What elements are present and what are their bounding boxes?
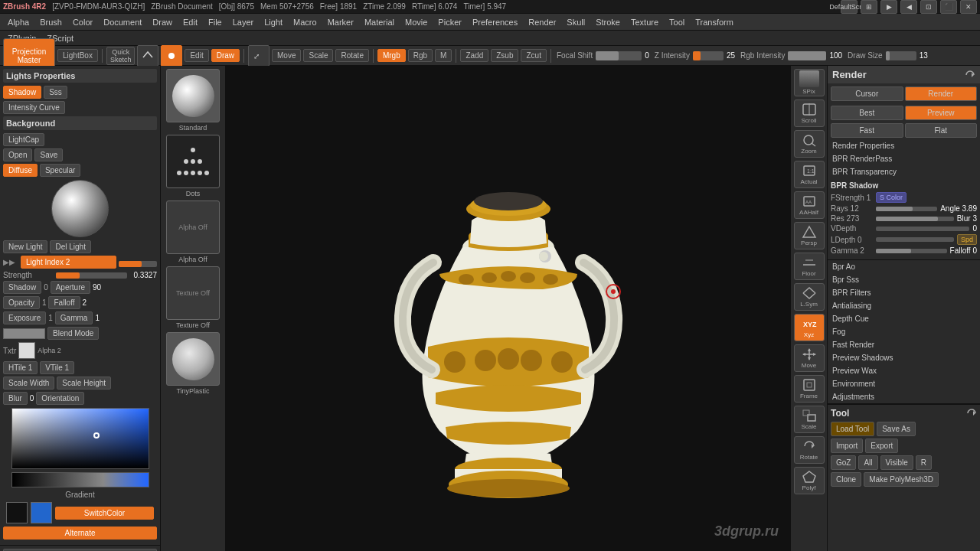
gamma-slider[interactable] (876, 249, 947, 253)
diffuse-btn[interactable]: Diffuse (3, 164, 38, 177)
scale-icon-btn[interactable]: Scale (794, 406, 825, 433)
fast-btn[interactable]: Fast (831, 123, 903, 138)
clone-btn[interactable]: Clone (831, 472, 861, 487)
falloff-btn[interactable]: Falloff (48, 296, 80, 309)
lb-texture-off[interactable]: Texture Off Texture Off (162, 266, 224, 329)
preview-btn[interactable]: Preview (905, 106, 978, 120)
draw-btn[interactable]: Draw (211, 49, 240, 62)
top-icon-2[interactable]: ▶ (880, 0, 897, 14)
move-icon-btn[interactable]: Move (794, 344, 825, 372)
shadow2-btn[interactable]: Shadow (3, 281, 41, 294)
canvas-area[interactable]: 3dgrup.ru (226, 66, 790, 551)
menu-transform[interactable]: Transform (691, 16, 738, 28)
actual-btn[interactable]: 1:1 Actual (794, 161, 825, 188)
light-index-slider[interactable] (119, 261, 157, 267)
save-as-btn[interactable]: Save As (877, 422, 916, 436)
fstrength-color-btn[interactable]: S Color (876, 192, 906, 203)
best-btn[interactable]: Best (831, 106, 903, 120)
blend-mode-btn[interactable]: Blend Mode (47, 327, 99, 340)
menu-alpha[interactable]: Alpha (3, 16, 34, 28)
menu-texture[interactable]: Texture (626, 16, 663, 28)
lb-dots[interactable]: Dots (162, 135, 224, 197)
rotate-btn[interactable]: Rotate (335, 49, 368, 62)
menu-color[interactable]: Color (68, 16, 97, 28)
gradient-bar[interactable] (11, 472, 149, 487)
lb-tiny-plastic[interactable]: TinyPlastic (162, 332, 224, 395)
export-btn[interactable]: Export (865, 439, 898, 453)
rgb-intensity-slider[interactable] (788, 51, 826, 60)
menu-marker[interactable]: Marker (323, 16, 358, 28)
shadow-val[interactable]: Sss (44, 86, 67, 99)
z-intensity-slider[interactable] (693, 51, 724, 60)
persp-btn[interactable]: Persp (794, 222, 825, 249)
edit-btn[interactable]: Edit (185, 49, 208, 62)
menu-skull[interactable]: Skull (562, 16, 590, 28)
lb-alpha-off[interactable]: Alpha Off Alpha Off (162, 201, 224, 263)
menu-brush[interactable]: Brush (35, 16, 67, 28)
render-refresh-icon[interactable] (965, 70, 975, 80)
all-btn[interactable]: All (858, 455, 877, 470)
strength-slider[interactable] (56, 272, 127, 279)
r-btn[interactable]: R (916, 455, 932, 470)
vdepth-slider[interactable] (876, 227, 969, 231)
zoom-btn[interactable]: Zoom (794, 130, 825, 158)
del-light-btn[interactable]: Del Light (50, 240, 90, 253)
menu-material[interactable]: Material (360, 16, 399, 28)
zcut-btn[interactable]: Zcut (521, 49, 546, 62)
m-btn[interactable]: M (435, 49, 452, 62)
zsub-btn[interactable]: Zsub (491, 49, 518, 62)
top-icon-5[interactable]: ⬛ (940, 0, 957, 14)
scale-height-btn[interactable]: Scale Height (57, 377, 111, 390)
alternate-btn[interactable]: Alternate (3, 527, 157, 540)
new-light-btn[interactable]: New Light (3, 240, 47, 253)
move-btn[interactable]: Move (272, 49, 301, 62)
draw-dot-icon[interactable] (161, 45, 182, 67)
opacity-btn[interactable]: Opacity (3, 296, 40, 309)
switch-color-btn[interactable]: SwitchColor (55, 507, 154, 520)
menu-draw[interactable]: Draw (148, 16, 177, 28)
menu-picker[interactable]: Picker (433, 16, 466, 28)
render-properties-item[interactable]: Render Properties (828, 139, 980, 152)
res-slider[interactable] (876, 217, 954, 221)
make-polymesh-btn[interactable]: Make PolyMesh3D (864, 472, 939, 487)
goz-btn[interactable]: GoZ (831, 455, 856, 470)
menu-render[interactable]: Render (524, 16, 560, 28)
move-icon[interactable]: ⤢ (248, 45, 270, 67)
bpr-transparency-item[interactable]: BPR Transparency (828, 165, 980, 178)
depth-cue-item[interactable]: Depth Cue (828, 312, 980, 325)
visible-btn[interactable]: Visible (880, 455, 913, 470)
import-btn[interactable]: Import (831, 439, 863, 453)
top-icon-3[interactable]: ◀ (900, 0, 917, 14)
lb-standard[interactable]: Standard (162, 69, 224, 132)
scale-width-btn[interactable]: Scale Width (3, 377, 54, 390)
menu-movie[interactable]: Movie (400, 16, 432, 28)
lightcap-btn[interactable]: LightCap (3, 133, 44, 146)
lights-properties-title[interactable]: Lights Properties (3, 69, 157, 83)
localsym-btn[interactable]: L.Sym (794, 283, 825, 311)
floor-btn[interactable]: Floor (794, 253, 825, 280)
frame-btn[interactable]: Frame (794, 375, 825, 403)
color-picker[interactable] (11, 408, 149, 469)
flat-btn[interactable]: Flat (905, 123, 978, 138)
zadd-btn[interactable]: Zadd (460, 49, 488, 62)
intensity-curve-btn[interactable]: Intensity Curve (3, 101, 65, 114)
tool-refresh-icon[interactable] (966, 408, 977, 419)
fog-item[interactable]: Fog (828, 325, 980, 338)
fast-render-item[interactable]: Fast Render (828, 338, 980, 351)
draw-mode-icon[interactable] (137, 45, 158, 67)
bpr-filters-item[interactable]: BPR Filters (828, 286, 980, 299)
aperture-btn[interactable]: Aperture (51, 281, 90, 294)
specular-btn[interactable]: Specular (40, 164, 80, 177)
top-icon-1[interactable]: ⊞ (861, 0, 877, 14)
bpr-render-pass-item[interactable]: BPR RenderPass (828, 152, 980, 165)
shadow-btn[interactable]: Shadow (3, 86, 41, 99)
spix-btn[interactable]: SPix (794, 69, 825, 96)
bpr-sss-item[interactable]: Bpr Sss (828, 273, 980, 286)
menus-btn[interactable]: DefaultScript (841, 0, 858, 14)
menu-light[interactable]: Light (260, 16, 287, 28)
focal-shift-slider[interactable] (596, 51, 642, 60)
quick-sketch-btn[interactable]: Quick Sketch (106, 47, 136, 65)
polyf-btn[interactable]: Polyf (794, 467, 825, 494)
cursor-btn[interactable]: Cursor (831, 86, 903, 101)
scale-btn[interactable]: Scale (303, 49, 333, 62)
